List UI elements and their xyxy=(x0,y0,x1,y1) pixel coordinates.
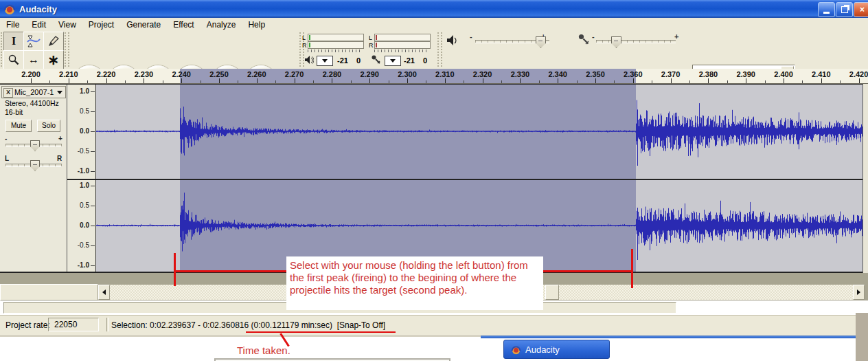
gain-thumb[interactable] xyxy=(30,140,40,151)
audacity-logo-icon xyxy=(511,344,521,355)
toolbar-gripper[interactable] xyxy=(437,32,442,67)
speaker-icon xyxy=(304,55,314,67)
project-rate-label: Project rate: xyxy=(5,320,50,330)
track-menu-chevron-icon[interactable] xyxy=(57,91,62,94)
scroll-right-button[interactable] xyxy=(853,285,865,300)
menu-bar: FileEditViewProjectGenerateEffectAnalyze… xyxy=(0,18,868,31)
chevron-down-icon xyxy=(322,59,328,63)
gain-max-label: + xyxy=(58,135,62,142)
mute-button[interactable]: Mute xyxy=(5,120,32,132)
multi-tool-button[interactable]: ∗ xyxy=(43,50,64,69)
audacity-window: Audacity × FileEditViewProjectGenerateEf… xyxy=(0,0,868,361)
input-meter-min: -21 xyxy=(404,57,415,65)
menu-item-file[interactable]: File xyxy=(0,20,25,30)
menu-item-view[interactable]: View xyxy=(52,20,82,30)
time-taken-label: Time taken. xyxy=(237,344,290,356)
track-name[interactable]: Mic_2007-1 xyxy=(14,88,54,96)
chevron-down-icon xyxy=(390,59,396,63)
vruler-label: 1.0 xyxy=(69,182,89,189)
vertical-scrollbar[interactable] xyxy=(863,84,868,273)
menu-item-edit[interactable]: Edit xyxy=(25,20,52,30)
scroll-left-button[interactable] xyxy=(98,285,110,300)
input-meter-l-bar xyxy=(374,34,431,41)
track-title-bar[interactable]: X Mic_2007-1 xyxy=(1,86,66,98)
vruler-label: 1.0 xyxy=(69,88,89,95)
input-meter-max: 0 xyxy=(423,57,427,65)
double-arrow-icon: ↔ xyxy=(28,54,39,65)
vruler-label: -0.5 xyxy=(69,148,89,155)
selection-tool-button[interactable]: I xyxy=(3,32,24,51)
vruler-label: -1.0 xyxy=(69,262,89,269)
vruler-label: -1.0 xyxy=(69,168,89,175)
annotation-end-marker xyxy=(631,249,633,288)
output-meter-l-label: L xyxy=(302,35,306,41)
window-title: Audacity xyxy=(19,4,57,14)
asterisk-icon: ∗ xyxy=(48,53,60,67)
zoom-tool-button[interactable] xyxy=(3,50,24,69)
input-meter-scale xyxy=(374,50,429,52)
pan-thumb[interactable] xyxy=(30,160,40,171)
draw-tool-button[interactable] xyxy=(43,32,64,51)
taskbar-top-edge xyxy=(481,336,856,338)
annotation-note: Select with your mouse (holding the left… xyxy=(286,256,543,310)
magnifier-icon xyxy=(8,54,20,66)
input-meter-r-label: R xyxy=(369,43,374,49)
menu-item-analyze[interactable]: Analyze xyxy=(201,20,242,30)
output-meter-r-bar xyxy=(308,41,364,49)
vruler-label: 0.5 xyxy=(69,108,89,115)
input-volume-min-label: - xyxy=(592,33,595,41)
annotation-note-line: Select with your mouse (holding the left… xyxy=(290,259,543,272)
output-meter-l-bar xyxy=(308,34,364,41)
microphone-icon xyxy=(371,54,381,67)
annotation-note-line: projectile hits the target (second peak)… xyxy=(290,284,543,296)
timeshift-tool-button[interactable]: ↔ xyxy=(23,50,44,69)
vruler-label: 0.0 xyxy=(69,222,89,229)
desktop-area xyxy=(0,337,868,361)
gain-min-label: - xyxy=(5,135,7,142)
track-close-button[interactable]: X xyxy=(3,88,13,98)
close-button[interactable]: × xyxy=(854,2,868,17)
restore-button[interactable] xyxy=(836,2,853,17)
audacity-logo-icon xyxy=(3,3,16,15)
scrollbar-thumb[interactable] xyxy=(545,285,559,300)
selection-range: Selection: 0:02.239637 - 0:02.360816 xyxy=(111,320,249,330)
output-volume-min-label: - xyxy=(470,33,472,41)
input-volume-slider[interactable] xyxy=(596,40,676,43)
ibeam-icon: I xyxy=(12,36,16,47)
background-window-strip xyxy=(856,313,868,361)
output-volume-thumb[interactable] xyxy=(536,36,546,48)
output-meter-dropdown[interactable] xyxy=(317,56,333,66)
waveform-selection-ch1[interactable] xyxy=(180,85,636,179)
vruler-label: 0.5 xyxy=(69,202,89,209)
output-meter-min: -21 xyxy=(337,57,348,65)
pan-left-label: L xyxy=(5,155,9,162)
input-meter-r-bar xyxy=(374,41,431,49)
status-separator xyxy=(106,318,109,331)
minimize-button[interactable] xyxy=(818,2,835,17)
pencil-icon xyxy=(47,35,60,47)
selection-status-text: Selection: 0:02.239637 - 0:02.360816 (0:… xyxy=(111,320,385,330)
toolbar: I ↔ ∗ L R -21 0 L R xyxy=(0,31,868,69)
input-volume-thumb[interactable] xyxy=(611,36,621,48)
chevron-left-icon xyxy=(102,289,106,295)
menu-item-help[interactable]: Help xyxy=(242,20,271,30)
vruler-label: 0.0 xyxy=(69,128,89,135)
pan-right-label: R xyxy=(57,155,62,162)
input-meter-dropdown[interactable] xyxy=(385,56,401,66)
taskbar-button-label: Audacity xyxy=(525,344,560,355)
partial-dialog-edge xyxy=(214,358,450,361)
chevron-right-icon xyxy=(857,289,860,295)
annotation-start-marker xyxy=(174,253,176,286)
scrollbar-corner xyxy=(0,284,98,300)
output-meter-scale xyxy=(308,50,363,52)
envelope-icon xyxy=(27,35,41,47)
menu-item-effect[interactable]: Effect xyxy=(167,20,200,30)
input-meter-l-label: L xyxy=(369,35,372,41)
envelope-tool-button[interactable] xyxy=(23,32,44,51)
track-control-panel: X Mic_2007-1 Stereo, 44100Hz 16-bit Mute… xyxy=(0,85,67,272)
taskbar-audacity-button[interactable]: Audacity xyxy=(503,340,610,359)
menu-item-generate[interactable]: Generate xyxy=(120,20,167,30)
menu-item-project[interactable]: Project xyxy=(82,20,120,30)
toolbar-gripper[interactable] xyxy=(65,32,69,67)
solo-button[interactable]: Solo xyxy=(37,120,60,132)
